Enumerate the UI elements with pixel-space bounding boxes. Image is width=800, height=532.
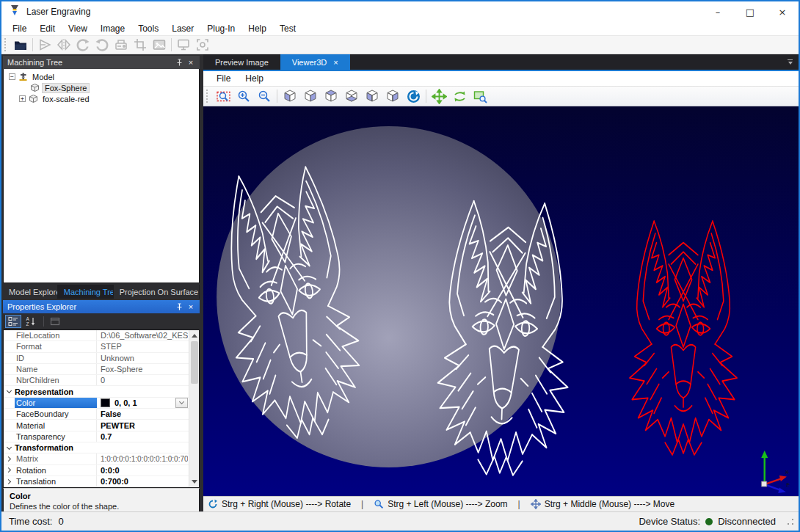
color-dropdown-button[interactable] xyxy=(175,398,188,408)
property-row[interactable]: FileLocationD:\06_Software\02_KES\2023\ xyxy=(4,330,199,341)
property-row[interactable]: Rotation0:0:0 xyxy=(4,465,199,476)
pan-button[interactable] xyxy=(429,87,449,106)
move-icon xyxy=(531,499,541,509)
menu-help[interactable]: Help xyxy=(241,22,273,35)
rotate-cw-icon[interactable] xyxy=(73,37,92,54)
viewer-tab-strip: Preview Image Viewer3D× xyxy=(203,54,799,70)
menu-test[interactable]: Test xyxy=(273,22,302,35)
property-pages-button[interactable] xyxy=(47,315,63,328)
menu-edit[interactable]: Edit xyxy=(33,22,62,35)
shape-icon xyxy=(29,94,38,103)
viewport-scene: x z xyxy=(203,106,799,496)
viewer-menu-file[interactable]: File xyxy=(209,73,238,84)
resize-grip[interactable] xyxy=(787,518,794,525)
chevron-down-icon xyxy=(179,399,184,404)
scroll-thumb[interactable] xyxy=(191,341,198,384)
property-row[interactable]: Transparency0.7 xyxy=(4,431,199,442)
zoom-icon xyxy=(374,499,384,509)
zoom-out-button[interactable] xyxy=(254,87,274,106)
reset-view-button[interactable] xyxy=(403,87,423,106)
expand-icon[interactable]: + xyxy=(19,95,26,102)
pin-icon[interactable] xyxy=(173,302,185,312)
property-row[interactable]: MaterialPEWTER xyxy=(4,420,199,431)
properties-toolbar: AZ xyxy=(3,313,200,329)
property-value: D:\06_Software\02_KES\2023\ xyxy=(97,331,188,340)
collapse-icon[interactable]: − xyxy=(9,73,15,80)
color-swatch xyxy=(101,398,110,407)
property-row-color[interactable]: Color0, 0, 1 xyxy=(4,398,199,409)
category-row-transformation[interactable]: Transformation xyxy=(4,442,199,453)
sphere-model[interactable] xyxy=(217,126,561,467)
menu-plugin[interactable]: Plug-In xyxy=(200,22,241,35)
view-right-button[interactable] xyxy=(382,87,403,106)
scrollbar[interactable] xyxy=(189,330,199,487)
image-icon[interactable] xyxy=(150,37,169,54)
open-file-button[interactable] xyxy=(11,37,30,54)
menu-image[interactable]: Image xyxy=(94,22,131,35)
tab-close-icon[interactable]: × xyxy=(333,58,338,67)
property-row[interactable]: Translation0:700:0 xyxy=(4,476,199,487)
zoom-in-button[interactable] xyxy=(233,87,254,106)
property-value: 0, 0, 1 xyxy=(114,398,137,407)
machining-tree-body: − Model Fox-Sphere + fox-scale-red xyxy=(3,69,200,283)
property-row[interactable]: FaceBoundaryFalse xyxy=(4,409,199,420)
svg-text:Z: Z xyxy=(26,321,29,327)
view-left-button[interactable] xyxy=(362,87,382,106)
crop-icon[interactable] xyxy=(131,37,150,54)
categorized-button[interactable] xyxy=(5,315,21,328)
mirror-icon[interactable] xyxy=(54,37,73,54)
view-back-button[interactable] xyxy=(300,87,321,106)
shape-icon xyxy=(30,83,40,92)
property-row[interactable]: Matrix1:0:0:0:0:1:0:0:0:0:1:0:0:700:0:1 xyxy=(4,453,199,464)
panel-close-icon[interactable]: × xyxy=(185,57,197,68)
property-row[interactable]: NbrChildren0 xyxy=(4,375,199,386)
tab-model-explorer[interactable]: Model Explorer xyxy=(3,285,58,299)
minimize-button[interactable]: – xyxy=(702,1,734,22)
tab-viewer3d[interactable]: Viewer3D× xyxy=(280,54,350,70)
menu-tools[interactable]: Tools xyxy=(131,22,165,35)
panel-close-icon[interactable]: × xyxy=(185,302,197,312)
menu-bar: File Edit View Image Tools Laser Plug-In… xyxy=(1,22,799,36)
rotate-ccw-icon[interactable] xyxy=(92,37,112,54)
device-status-value: Disconnected xyxy=(718,516,776,527)
property-value: 0:700:0 xyxy=(97,477,188,486)
scroll-up-icon[interactable] xyxy=(192,334,197,338)
sort-alphabetical-button[interactable]: AZ xyxy=(23,315,39,328)
monitor-icon[interactable] xyxy=(174,37,193,54)
maximize-button[interactable]: □ xyxy=(734,1,766,22)
view-bottom-button[interactable] xyxy=(341,87,362,106)
tree-row-fox-sphere[interactable]: Fox-Sphere xyxy=(4,82,199,93)
zoom-window-button[interactable] xyxy=(470,87,490,106)
orbit-button[interactable] xyxy=(449,87,470,106)
left-tab-strip: Model Explorer Machining Tree Projection… xyxy=(3,285,200,299)
category-row-representation[interactable]: Representation xyxy=(4,386,199,397)
tree-row-fox-scale-red[interactable]: + fox-scale-red xyxy=(4,93,199,104)
tab-projection-on-surface[interactable]: Projection On Surface [F... xyxy=(114,285,200,299)
focus-icon[interactable] xyxy=(193,37,212,54)
property-row[interactable]: IDUnknown xyxy=(4,353,199,364)
tab-list-dropdown-icon[interactable] xyxy=(788,59,793,65)
menu-view[interactable]: View xyxy=(62,22,94,35)
chevron-right-icon xyxy=(6,478,11,484)
close-button[interactable]: × xyxy=(766,1,799,22)
pin-icon[interactable] xyxy=(173,57,185,68)
view-front-button[interactable] xyxy=(280,87,300,106)
property-value: Fox-Sphere xyxy=(97,365,188,374)
fit-view-button[interactable] xyxy=(213,87,233,106)
flip-icon[interactable] xyxy=(35,37,54,54)
menu-file[interactable]: File xyxy=(6,22,33,35)
menu-laser[interactable]: Laser xyxy=(165,22,200,35)
viewer-menu-help[interactable]: Help xyxy=(238,73,271,84)
property-row[interactable]: FormatSTEP xyxy=(4,341,199,352)
viewport-3d[interactable]: x z xyxy=(203,106,799,496)
property-row[interactable]: NameFox-Sphere xyxy=(4,364,199,375)
svg-text:x: x xyxy=(785,468,789,475)
property-value: STEP xyxy=(97,342,188,351)
tree-row-model[interactable]: − Model xyxy=(4,71,199,82)
tab-preview-image[interactable]: Preview Image xyxy=(203,54,280,70)
property-label: Format xyxy=(15,341,97,351)
tab-machining-tree[interactable]: Machining Tree xyxy=(58,285,114,299)
scroll-down-icon[interactable] xyxy=(192,480,197,484)
scan-icon[interactable] xyxy=(112,37,131,54)
view-top-button[interactable] xyxy=(321,87,341,106)
